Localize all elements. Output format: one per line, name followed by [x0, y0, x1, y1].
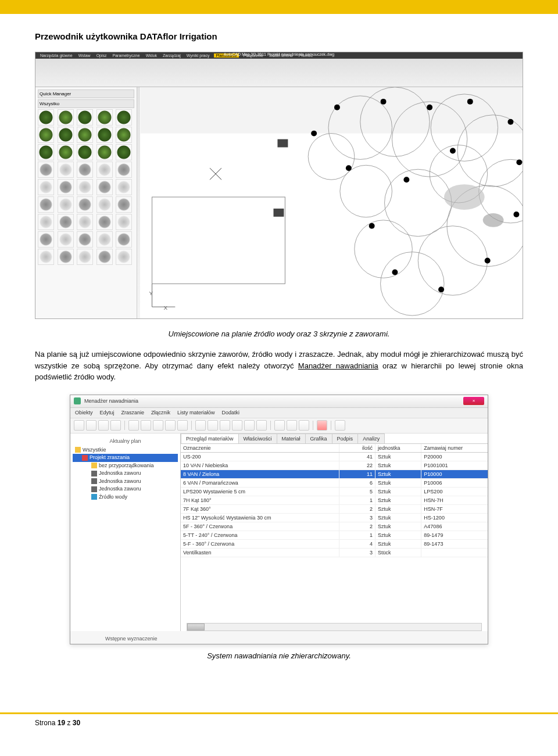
toolbar-button[interactable] — [165, 420, 176, 431]
symbol-shrub-icon[interactable] — [116, 214, 132, 230]
symbol-shrub-icon[interactable] — [116, 196, 132, 213]
toolbar-button[interactable] — [141, 420, 151, 431]
toolbar-button[interactable] — [274, 420, 285, 431]
palette-filter[interactable]: Wszystko — [38, 99, 134, 108]
symbol-tree-icon[interactable] — [77, 109, 93, 126]
symbol-tree-icon[interactable] — [116, 144, 132, 160]
menu-item[interactable]: Dodatki — [222, 410, 240, 415]
menu-item[interactable]: Edytuj — [100, 410, 115, 415]
symbol-shrub-icon[interactable] — [38, 249, 54, 265]
table-row[interactable]: HS 12" Wysokość Wystawienia 30 cm3SztukH… — [181, 514, 488, 522]
symbol-shrub-icon[interactable] — [38, 214, 54, 230]
symbol-tree-icon[interactable] — [116, 127, 132, 143]
symbol-tree-icon[interactable] — [58, 109, 74, 126]
symbol-shrub-icon[interactable] — [58, 162, 74, 178]
symbol-shrub-icon[interactable] — [38, 162, 54, 178]
symbol-shrub-icon[interactable] — [77, 231, 93, 248]
table-row[interactable]: 7F Kąt 360°2SztukHSN-7F — [181, 505, 488, 514]
tree-node[interactable]: Wszystkie — [73, 446, 178, 454]
symbol-tree-icon[interactable] — [77, 127, 93, 143]
toolbar-button[interactable] — [98, 420, 109, 431]
toolbar-button[interactable] — [195, 420, 206, 431]
toolbar-button[interactable] — [74, 420, 84, 431]
toolbar-button[interactable] — [110, 420, 121, 431]
col-unit[interactable]: jednostka — [375, 444, 421, 452]
menu-item[interactable]: Zraszanie — [121, 410, 145, 415]
table-row[interactable]: LPS200 Wystawienie 5 cm5SztukLPS200 — [181, 488, 488, 496]
tab-signature[interactable]: Podpis — [332, 433, 359, 443]
toolbar-button[interactable] — [128, 420, 139, 431]
symbol-shrub-icon[interactable] — [77, 179, 93, 195]
symbol-shrub-icon[interactable] — [96, 162, 113, 178]
symbol-tree-icon[interactable] — [96, 144, 113, 160]
tab-graphics[interactable]: Grafika — [305, 433, 332, 443]
symbol-shrub-icon[interactable] — [116, 162, 132, 178]
table-row[interactable]: 7H Kąt 180°1SztukHSN-7H — [181, 496, 488, 505]
toolbar-button[interactable] — [86, 420, 96, 431]
table-row[interactable]: 5-F - 360° / Czerwona4Sztuk89-1473 — [181, 540, 488, 549]
table-row[interactable]: 8 VAN / Zielona11SztukP10000 — [181, 470, 488, 479]
symbol-tree-icon[interactable] — [38, 127, 54, 143]
toolbar-button[interactable] — [177, 420, 188, 431]
table-row[interactable]: 10 VAN / Niebieska22SztukP1001001 — [181, 461, 488, 470]
symbol-shrub-icon[interactable] — [58, 196, 74, 213]
scrollbar-thumb[interactable] — [187, 624, 205, 630]
symbol-shrub-icon[interactable] — [58, 179, 74, 195]
symbol-shrub-icon[interactable] — [96, 214, 113, 230]
toolbar-button[interactable] — [232, 420, 242, 431]
symbol-tree-icon[interactable] — [77, 144, 93, 160]
tab-analyses[interactable]: Analizy — [357, 433, 385, 443]
symbol-shrub-icon[interactable] — [116, 249, 132, 265]
toolbar-button[interactable] — [153, 420, 163, 431]
table-row[interactable]: 5F - 360° / Czerwona2SztukA47086 — [181, 522, 488, 531]
menu-item[interactable]: Obiekty — [75, 410, 93, 415]
symbol-shrub-icon[interactable] — [38, 196, 54, 213]
symbol-shrub-icon[interactable] — [77, 196, 93, 213]
symbol-tree-icon[interactable] — [96, 127, 113, 143]
col-designation[interactable]: Oznaczenie — [181, 444, 339, 452]
symbol-shrub-icon[interactable] — [116, 231, 132, 248]
toolbar-button[interactable] — [256, 420, 267, 431]
table-row[interactable]: Ventilkasten3Stück — [181, 549, 488, 557]
toolbar-button[interactable] — [299, 420, 309, 431]
symbol-tree-icon[interactable] — [96, 109, 113, 126]
symbol-tree-icon[interactable] — [38, 144, 54, 160]
symbol-shrub-icon[interactable] — [77, 249, 93, 265]
toolbar-button[interactable] — [244, 420, 255, 431]
col-order-number[interactable]: Zamawiaj numer — [421, 444, 488, 452]
tab-materials-overview[interactable]: Przegląd materiałów — [181, 433, 239, 443]
close-button[interactable]: × — [463, 397, 484, 405]
symbol-tree-icon[interactable] — [58, 144, 74, 160]
table-row[interactable]: 5-TT - 240° / Czerwona1Sztuk89-1479 — [181, 531, 488, 540]
tree-node[interactable]: Jednostka zaworu — [73, 485, 178, 493]
menu-item[interactable]: Złącznik — [151, 410, 170, 415]
symbol-shrub-icon[interactable] — [77, 162, 93, 178]
tab-properties[interactable]: Właściwości — [238, 433, 277, 443]
delete-button[interactable] — [317, 420, 327, 431]
symbol-shrub-icon[interactable] — [77, 214, 93, 230]
symbol-shrub-icon[interactable] — [116, 179, 132, 195]
symbol-shrub-icon[interactable] — [58, 231, 74, 248]
toolbar-button[interactable] — [220, 420, 230, 431]
symbol-tree-icon[interactable] — [58, 127, 74, 143]
horizontal-scrollbar[interactable] — [187, 623, 482, 631]
table-row[interactable]: 6 VAN / Pomarańczowa6SztukP10006 — [181, 479, 488, 488]
symbol-shrub-icon[interactable] — [38, 231, 54, 248]
symbol-tree-icon[interactable] — [38, 109, 54, 126]
toolbar-button[interactable] — [335, 420, 345, 431]
toolbar-button[interactable] — [208, 420, 218, 431]
symbol-shrub-icon[interactable] — [58, 249, 74, 265]
symbol-shrub-icon[interactable] — [58, 214, 74, 230]
symbol-shrub-icon[interactable] — [96, 179, 113, 195]
col-quantity[interactable]: ilość — [339, 444, 375, 452]
symbol-shrub-icon[interactable] — [96, 196, 113, 213]
menu-item[interactable]: Listy materiałów — [177, 410, 215, 415]
tree-node[interactable]: bez przyporządkowania — [73, 462, 178, 470]
tab-material[interactable]: Materiał — [277, 433, 306, 443]
symbol-shrub-icon[interactable] — [96, 249, 113, 265]
tree-node[interactable]: Projekt zraszania — [73, 454, 178, 462]
toolbar-button[interactable] — [287, 420, 297, 431]
drawing-canvas[interactable]: Y X — [140, 87, 523, 318]
tree-node[interactable]: Źródło wody — [73, 493, 178, 501]
tree-node[interactable]: Jednostka zaworu — [73, 470, 178, 478]
